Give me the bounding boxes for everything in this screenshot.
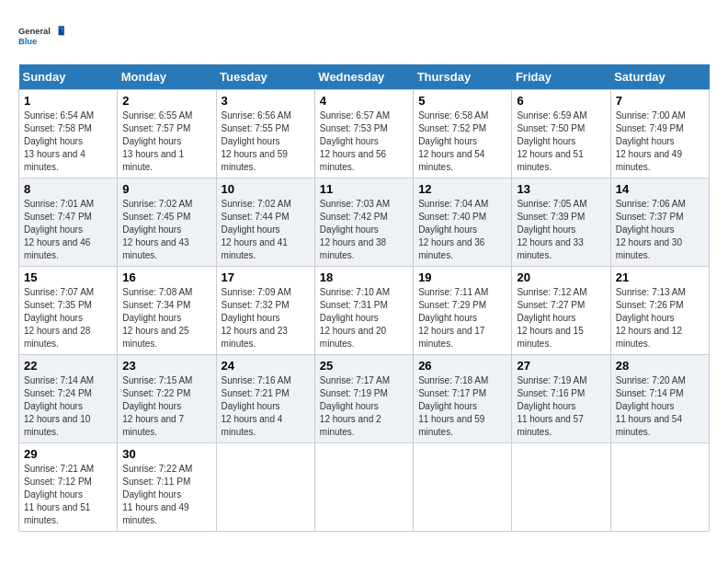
day-info: Sunrise: 7:04 AM Sunset: 7:40 PM Dayligh…: [418, 198, 506, 262]
day-cell-12: 12 Sunrise: 7:04 AM Sunset: 7:40 PM Dayl…: [414, 178, 512, 267]
day-number: 2: [122, 94, 210, 108]
day-number: 25: [320, 359, 408, 373]
day-info: Sunrise: 6:54 AM Sunset: 7:58 PM Dayligh…: [24, 109, 112, 174]
day-info: Sunrise: 6:57 AM Sunset: 7:53 PM Dayligh…: [320, 109, 408, 174]
page-header: General Blue: [18, 18, 710, 55]
logo-svg: General Blue: [18, 18, 64, 55]
col-header-friday: Friday: [512, 64, 610, 90]
day-info: Sunrise: 7:00 AM Sunset: 7:49 PM Dayligh…: [616, 109, 704, 174]
day-number: 15: [24, 270, 112, 284]
day-number: 30: [122, 447, 210, 461]
day-number: 27: [517, 359, 605, 373]
day-number: 7: [616, 94, 704, 108]
day-cell-20: 20 Sunrise: 7:12 AM Sunset: 7:27 PM Dayl…: [512, 267, 610, 355]
col-header-monday: Monday: [118, 64, 216, 90]
day-number: 5: [418, 94, 506, 108]
day-number: 19: [418, 270, 506, 284]
day-cell-17: 17 Sunrise: 7:09 AM Sunset: 7:32 PM Dayl…: [216, 267, 314, 355]
day-info: Sunrise: 7:18 AM Sunset: 7:17 PM Dayligh…: [418, 374, 506, 439]
day-cell-23: 23 Sunrise: 7:15 AM Sunset: 7:22 PM Dayl…: [118, 355, 216, 443]
day-cell-1: 1 Sunrise: 6:54 AM Sunset: 7:58 PM Dayli…: [19, 90, 118, 178]
day-cell-21: 21 Sunrise: 7:13 AM Sunset: 7:26 PM Dayl…: [610, 267, 709, 355]
day-info: Sunrise: 7:16 AM Sunset: 7:21 PM Dayligh…: [222, 374, 310, 439]
col-header-saturday: Saturday: [610, 64, 709, 90]
day-cell-19: 19 Sunrise: 7:11 AM Sunset: 7:29 PM Dayl…: [414, 267, 512, 355]
day-info: Sunrise: 7:20 AM Sunset: 7:14 PM Dayligh…: [616, 374, 704, 439]
day-info: Sunrise: 6:55 AM Sunset: 7:57 PM Dayligh…: [122, 109, 210, 174]
day-number: 23: [122, 359, 210, 373]
day-number: 18: [320, 270, 408, 284]
day-cell-10: 10 Sunrise: 7:02 AM Sunset: 7:44 PM Dayl…: [216, 178, 314, 267]
day-number: 12: [418, 182, 506, 196]
day-number: 9: [122, 182, 210, 196]
day-number: 11: [320, 182, 408, 196]
day-cell-4: 4 Sunrise: 6:57 AM Sunset: 7:53 PM Dayli…: [314, 90, 413, 178]
day-info: Sunrise: 6:58 AM Sunset: 7:52 PM Dayligh…: [418, 109, 506, 174]
day-info: Sunrise: 7:02 AM Sunset: 7:44 PM Dayligh…: [222, 198, 310, 262]
day-info: Sunrise: 7:22 AM Sunset: 7:11 PM Dayligh…: [122, 463, 210, 527]
day-cell-30: 30 Sunrise: 7:22 AM Sunset: 7:11 PM Dayl…: [118, 443, 216, 532]
empty-cell: [216, 443, 314, 532]
day-info: Sunrise: 7:19 AM Sunset: 7:16 PM Dayligh…: [517, 374, 605, 439]
svg-text:Blue: Blue: [18, 37, 37, 46]
day-info: Sunrise: 7:14 AM Sunset: 7:24 PM Dayligh…: [24, 374, 112, 439]
empty-cell: [414, 443, 512, 532]
day-cell-8: 8 Sunrise: 7:01 AM Sunset: 7:47 PM Dayli…: [19, 178, 118, 267]
day-info: Sunrise: 7:08 AM Sunset: 7:34 PM Dayligh…: [122, 286, 210, 350]
day-cell-18: 18 Sunrise: 7:10 AM Sunset: 7:31 PM Dayl…: [314, 267, 413, 355]
day-number: 26: [418, 359, 506, 373]
day-number: 4: [320, 94, 408, 108]
day-number: 21: [616, 270, 704, 284]
calendar-row-2: 8 Sunrise: 7:01 AM Sunset: 7:47 PM Dayli…: [19, 178, 710, 267]
day-number: 17: [222, 270, 310, 284]
empty-cell: [512, 443, 610, 532]
day-cell-15: 15 Sunrise: 7:07 AM Sunset: 7:35 PM Dayl…: [19, 267, 118, 355]
empty-cell: [610, 443, 709, 532]
calendar-table: SundayMondayTuesdayWednesdayThursdayFrid…: [18, 64, 710, 532]
day-number: 28: [616, 359, 704, 373]
day-info: Sunrise: 7:15 AM Sunset: 7:22 PM Dayligh…: [122, 374, 210, 439]
day-info: Sunrise: 7:07 AM Sunset: 7:35 PM Dayligh…: [24, 286, 112, 350]
empty-cell: [314, 443, 413, 532]
day-info: Sunrise: 7:10 AM Sunset: 7:31 PM Dayligh…: [320, 286, 408, 350]
day-cell-27: 27 Sunrise: 7:19 AM Sunset: 7:16 PM Dayl…: [512, 355, 610, 443]
col-header-thursday: Thursday: [414, 64, 512, 90]
day-cell-26: 26 Sunrise: 7:18 AM Sunset: 7:17 PM Dayl…: [414, 355, 512, 443]
col-header-sunday: Sunday: [19, 64, 118, 90]
day-number: 22: [24, 359, 112, 373]
day-cell-13: 13 Sunrise: 7:05 AM Sunset: 7:39 PM Dayl…: [512, 178, 610, 267]
day-info: Sunrise: 7:11 AM Sunset: 7:29 PM Dayligh…: [418, 286, 506, 350]
day-cell-29: 29 Sunrise: 7:21 AM Sunset: 7:12 PM Dayl…: [19, 443, 118, 532]
day-cell-25: 25 Sunrise: 7:17 AM Sunset: 7:19 PM Dayl…: [314, 355, 413, 443]
day-info: Sunrise: 7:03 AM Sunset: 7:42 PM Dayligh…: [320, 198, 408, 262]
day-info: Sunrise: 7:17 AM Sunset: 7:19 PM Dayligh…: [320, 374, 408, 439]
day-cell-9: 9 Sunrise: 7:02 AM Sunset: 7:45 PM Dayli…: [118, 178, 216, 267]
day-info: Sunrise: 7:06 AM Sunset: 7:37 PM Dayligh…: [616, 198, 704, 262]
day-cell-24: 24 Sunrise: 7:16 AM Sunset: 7:21 PM Dayl…: [216, 355, 314, 443]
header-row: SundayMondayTuesdayWednesdayThursdayFrid…: [19, 64, 710, 90]
day-cell-28: 28 Sunrise: 7:20 AM Sunset: 7:14 PM Dayl…: [610, 355, 709, 443]
day-info: Sunrise: 7:09 AM Sunset: 7:32 PM Dayligh…: [222, 286, 310, 350]
day-info: Sunrise: 7:02 AM Sunset: 7:45 PM Dayligh…: [122, 198, 210, 262]
day-number: 14: [616, 182, 704, 196]
day-number: 10: [222, 182, 310, 196]
day-number: 16: [122, 270, 210, 284]
calendar-row-4: 22 Sunrise: 7:14 AM Sunset: 7:24 PM Dayl…: [19, 355, 710, 443]
day-number: 6: [517, 94, 605, 108]
day-info: Sunrise: 7:21 AM Sunset: 7:12 PM Dayligh…: [24, 463, 112, 527]
col-header-wednesday: Wednesday: [314, 64, 413, 90]
day-cell-5: 5 Sunrise: 6:58 AM Sunset: 7:52 PM Dayli…: [414, 90, 512, 178]
day-info: Sunrise: 7:01 AM Sunset: 7:47 PM Dayligh…: [24, 198, 112, 262]
calendar-row-3: 15 Sunrise: 7:07 AM Sunset: 7:35 PM Dayl…: [19, 267, 710, 355]
day-cell-3: 3 Sunrise: 6:56 AM Sunset: 7:55 PM Dayli…: [216, 90, 314, 178]
day-cell-2: 2 Sunrise: 6:55 AM Sunset: 7:57 PM Dayli…: [118, 90, 216, 178]
day-number: 3: [222, 94, 310, 108]
day-number: 20: [517, 270, 605, 284]
day-info: Sunrise: 7:05 AM Sunset: 7:39 PM Dayligh…: [517, 198, 605, 262]
calendar-row-5: 29 Sunrise: 7:21 AM Sunset: 7:12 PM Dayl…: [19, 443, 710, 532]
day-cell-11: 11 Sunrise: 7:03 AM Sunset: 7:42 PM Dayl…: [314, 178, 413, 267]
col-header-tuesday: Tuesday: [216, 64, 314, 90]
day-cell-16: 16 Sunrise: 7:08 AM Sunset: 7:34 PM Dayl…: [118, 267, 216, 355]
day-info: Sunrise: 7:13 AM Sunset: 7:26 PM Dayligh…: [616, 286, 704, 350]
day-number: 8: [24, 182, 112, 196]
